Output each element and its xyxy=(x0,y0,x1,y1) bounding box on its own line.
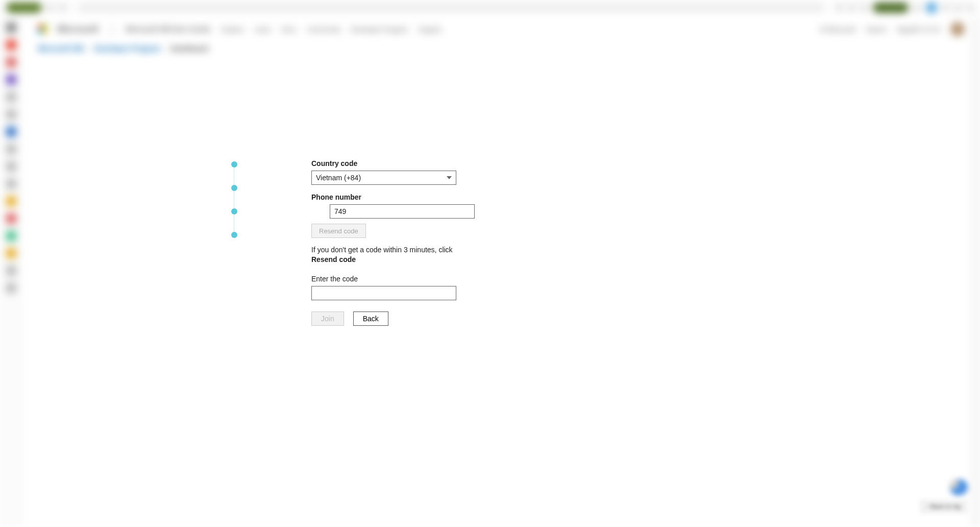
user-avatar-icon[interactable] xyxy=(950,22,965,36)
divider xyxy=(112,23,112,35)
header-search[interactable]: Search xyxy=(866,26,887,33)
rail-icon xyxy=(6,161,16,172)
chevron-down-icon xyxy=(447,176,452,179)
rail-icon xyxy=(6,179,16,189)
rail-icon xyxy=(6,22,16,33)
window-min-icon xyxy=(942,4,949,11)
chrome-btn xyxy=(861,4,868,11)
brand-text: Microsoft xyxy=(57,24,99,35)
scrollbar[interactable] xyxy=(972,17,980,527)
help-bold: Resend code xyxy=(311,255,356,264)
rail-icon xyxy=(6,57,16,67)
chrome-btn xyxy=(59,4,66,11)
rail-icon xyxy=(6,144,16,154)
profile-avatar-icon xyxy=(926,2,937,13)
rail-icon xyxy=(6,92,16,102)
rail-icon xyxy=(6,248,16,258)
user-name: Nguyễn Vũ Vũ xyxy=(897,26,940,33)
rail-icon xyxy=(6,40,16,50)
address-bar xyxy=(78,3,825,12)
step-line xyxy=(234,191,234,208)
all-microsoft[interactable]: All Microsoft xyxy=(819,26,855,33)
step-line xyxy=(234,214,234,232)
nav-learn[interactable]: Learn xyxy=(254,26,271,33)
extension-pill xyxy=(873,3,909,13)
phone-label: Phone number xyxy=(311,193,456,201)
rail-icon xyxy=(6,231,16,241)
button-row: Join Back xyxy=(311,312,456,326)
country-code-select[interactable]: Vietnam (+84) xyxy=(311,171,456,185)
browser-side-rail xyxy=(0,15,22,527)
rail-icon xyxy=(6,127,16,137)
country-code-value: Vietnam (+84) xyxy=(316,174,361,182)
verification-form: Country code Vietnam (+84) Phone number … xyxy=(231,159,465,326)
join-button[interactable]: Join xyxy=(311,312,344,326)
tab-pill xyxy=(6,3,42,13)
help-line: If you don't get a code within 3 minutes… xyxy=(311,246,453,254)
nav-community[interactable]: Community xyxy=(307,26,340,33)
breadcrumb-link[interactable]: Developer Program xyxy=(94,44,160,53)
recaptcha-badge-icon xyxy=(947,477,970,497)
breadcrumb-sep-icon: › xyxy=(164,44,167,53)
nav-explore[interactable]: Explore xyxy=(222,26,244,33)
chrome-btn xyxy=(848,4,855,11)
chrome-btn xyxy=(836,4,843,11)
window-max-icon xyxy=(954,4,962,11)
site-header: Microsoft Microsoft 365 Dev Center Explo… xyxy=(22,17,980,41)
rail-icon xyxy=(6,196,16,206)
rail-icon xyxy=(6,213,16,224)
breadcrumb-sep-icon: › xyxy=(88,44,90,53)
nav-developer-program[interactable]: Developer Program xyxy=(351,26,408,33)
step-indicator xyxy=(231,161,238,238)
browser-chrome xyxy=(0,0,980,15)
code-input[interactable] xyxy=(311,286,456,300)
resend-code-button[interactable]: Resend code xyxy=(311,224,366,238)
resend-help-text: If you don't get a code within 3 minutes… xyxy=(311,245,456,265)
breadcrumb: Microsoft 365 › Developer Program › Dash… xyxy=(22,41,980,56)
breadcrumb-link[interactable]: Microsoft 365 xyxy=(38,44,84,53)
step-dot-icon xyxy=(231,161,237,167)
step-dot-icon xyxy=(231,232,237,238)
phone-input[interactable] xyxy=(330,204,475,219)
window-close-icon xyxy=(967,4,974,11)
back-to-top-button[interactable]: ↑ Back to top xyxy=(920,500,967,513)
rail-icon xyxy=(6,109,16,119)
rail-icon xyxy=(6,283,16,293)
microsoft-logo-icon xyxy=(38,25,47,34)
nav-docs[interactable]: Docs xyxy=(281,26,297,33)
step-dot-icon xyxy=(231,208,237,214)
product-name: Microsoft 365 Dev Center xyxy=(126,25,211,33)
back-button[interactable]: Back xyxy=(353,312,388,326)
step-line xyxy=(234,167,234,185)
step-dot-icon xyxy=(231,185,237,191)
chrome-btn xyxy=(914,4,921,11)
breadcrumb-current: Dashboard xyxy=(171,44,208,53)
rail-icon xyxy=(6,75,16,85)
rail-icon xyxy=(6,266,16,276)
code-label: Enter the code xyxy=(311,275,456,283)
chrome-btn xyxy=(47,4,54,11)
nav-support[interactable]: Support xyxy=(418,26,442,33)
country-code-label: Country code xyxy=(311,159,456,167)
